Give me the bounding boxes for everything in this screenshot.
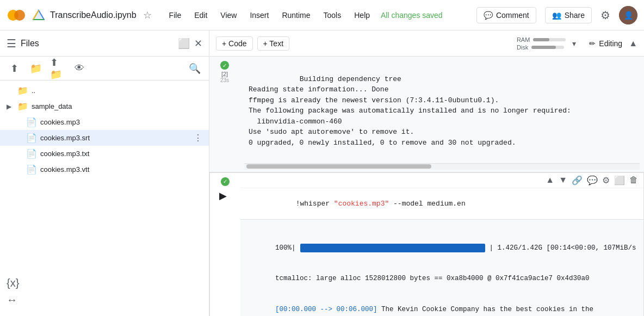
hide-icon[interactable]: 👁 [72,61,87,76]
add-code-button[interactable]: + Code [216,36,253,51]
editing-button[interactable]: ✏ Editing [585,37,627,50]
ram-fill [533,38,549,41]
progress-bar [300,244,485,252]
code-cell-status: ✓ [221,177,230,186]
expand-icon[interactable]: ↔ [7,294,17,306]
menu-view[interactable]: View [216,9,241,22]
list-item-cookies-mp3[interactable]: 📄 cookies.mp3 ⋮ [0,114,209,130]
settings-cell-icon[interactable]: ⚙ [601,174,611,187]
upload-file-icon[interactable]: ⬆ [7,61,22,76]
code-string-arg: "cookies.mp3" [334,200,389,208]
scroll-thumb-1[interactable] [246,164,431,169]
user-avatar[interactable]: 👤 [619,6,637,24]
code-input-line[interactable]: !whisper "cookies.mp3" --model medium.en [240,188,643,219]
progress-label: 100%| [275,243,296,253]
move-down-icon[interactable]: ▼ [558,174,568,186]
delete-cell-icon[interactable]: 🗑 [628,174,639,186]
file-icon: 📄 [26,164,37,175]
tcmalloc-line: tcmalloc: large alloc 1528012800 bytes =… [275,274,639,284]
list-item-parent[interactable]: 📁 .. [0,83,209,98]
main-layout: ☰ Files ⬜ ✕ ⬆ 📁 ⬆📁 👁 🔍 📁 .. ▶ 📁 [0,30,644,316]
menu-runtime[interactable]: Runtime [277,9,314,22]
all-changes-saved: All changes saved [381,11,443,20]
menu-bar: TranscribeAudio.ipynb ☆ File Edit View I… [0,0,644,30]
file-name-label: cookies.mp3.txt [40,150,202,158]
comment-icon: 💬 [484,11,493,20]
list-item-cookies-mp3-txt[interactable]: 📄 cookies.mp3.txt ⋮ [0,146,209,162]
comment-cell-icon[interactable]: 💬 [586,174,599,187]
close-icon[interactable]: ✕ [194,38,202,49]
output-line-5: Use 'sudo apt autoremove' to remove it. [249,128,414,136]
folder-name-label: sample_data [32,102,202,110]
resource-dropdown-icon[interactable]: ▾ [572,39,576,48]
menu-file[interactable]: File [165,9,186,22]
hamburger-icon[interactable]: ☰ [7,37,16,50]
share-label: Share [565,11,585,20]
new-folder-icon[interactable]: 📁 [28,61,44,76]
code-cell-gutter: ✓ ▶ [210,173,240,317]
upload-folder-icon[interactable]: ⬆📁 [50,61,65,76]
file-more-icon[interactable]: ⋮ [194,133,202,143]
pencil-icon: ✏ [589,39,596,48]
notebook-toolbar: + Code + Text RAM Disk ▾ [209,30,644,57]
folder-expand-arrow[interactable]: ▶ [7,103,14,110]
copy-cell-icon[interactable]: ⬜ [613,174,626,187]
move-up-icon[interactable]: ▲ [544,174,555,186]
notebook-content: ✓ [2] 23s Building dependency tree Readi… [209,57,644,316]
search-icon[interactable]: 🔍 [187,61,202,76]
menu-help[interactable]: Help [350,9,374,22]
timestamp-lines: [00:00.000 --> 00:06.000] The Kevin Cook… [275,305,639,317]
scroll-bar-h-1[interactable] [244,163,640,170]
output-line-2: ffmpeg is already the newest version (7:… [249,96,499,104]
sidebar-title: Files [21,39,174,48]
svg-point-1 [14,10,25,21]
output-content-1: Building dependency tree Reading state i… [244,59,640,163]
output-line-4: libnvidia-common-460 [249,117,342,126]
svg-marker-3 [33,10,44,20]
list-item-sample-data[interactable]: ▶ 📁 sample_data [0,98,209,114]
share-icon: 👥 [552,11,561,20]
folder-nav-icon: 📁 [17,85,28,96]
run-button[interactable]: ▶ [214,187,232,205]
disk-bar [531,46,564,49]
cell-gutter-1: ✓ [2] 23s [209,57,240,172]
output-line-6: 0 upgraded, 0 newly installed, 0 to remo… [249,139,516,147]
code-cell: ✓ ▶ ▲ ▼ 🔗 💬 ⚙ ⬜ 🗑 [209,172,644,317]
ram-label: RAM [517,36,530,43]
editing-label: Editing [599,39,622,48]
list-item-cookies-mp3-vtt[interactable]: 📄 cookies.mp3.vtt ⋮ [0,162,209,177]
file-icon: 📄 [26,133,37,143]
ram-row: RAM [517,36,566,43]
output-line-3: The following package was automatically … [249,107,571,115]
folder-icon: 📁 [17,101,28,111]
menu-tools[interactable]: Tools [319,9,346,22]
ram-bar [533,38,566,41]
share-button[interactable]: 👥 Share [545,7,592,23]
menu-insert[interactable]: Insert [245,9,273,22]
colab-logo [7,5,26,25]
link-icon[interactable]: 🔗 [571,174,584,187]
disk-fill [531,46,556,49]
cell-time-1: 23s [220,77,229,83]
settings-icon[interactable]: ⚙ [600,9,610,22]
cell-body-1: Building dependency tree Reading state i… [240,57,644,172]
file-icon: 📄 [26,117,37,127]
output-line-1: Reading state information... Done [249,85,388,94]
code-icon[interactable]: {x} [7,277,19,289]
code-command: !whisper [296,200,334,208]
sidebar-bottom: {x} ↔ [0,272,33,311]
star-icon[interactable]: ☆ [143,9,152,21]
toolbar-collapse-icon[interactable]: ▲ [629,39,637,48]
file-icon: 📄 [26,148,37,159]
panel-icon[interactable]: ⬜ [178,38,190,49]
code-cell-body: ▲ ▼ 🔗 💬 ⚙ ⬜ 🗑 !whisper "cookies.mp3" --m… [240,173,643,317]
parent-dir-label: .. [32,86,202,95]
comment-button[interactable]: 💬 Comment [476,7,536,23]
disk-label: Disk [517,44,528,51]
disk-row: Disk [517,44,566,51]
list-item-cookies-mp3-srt[interactable]: 📄 cookies.mp3.srt ⋮ [0,130,209,146]
output-cell-1: ✓ [2] 23s Building dependency tree Readi… [209,57,644,172]
add-text-button[interactable]: + Text [257,36,290,51]
menu-edit[interactable]: Edit [190,9,212,22]
output-line-0: Building dependency tree [300,75,401,83]
